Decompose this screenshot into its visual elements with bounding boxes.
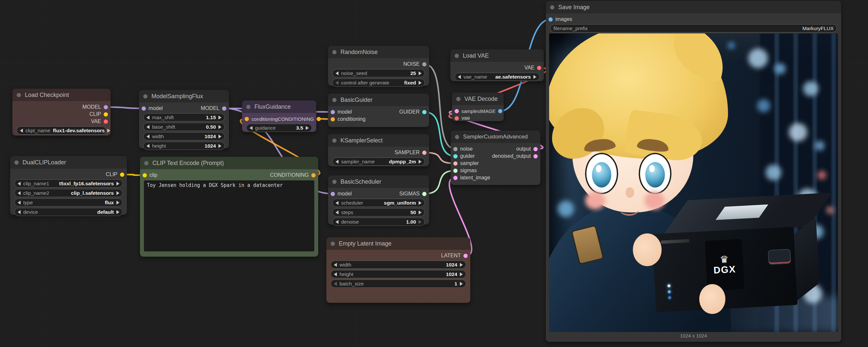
prev-arrow-icon[interactable]: [147, 116, 150, 119]
node-sampler-custom-advanced[interactable]: SamplerCustomAdvanced noise output guide…: [451, 131, 540, 185]
noise-output-dot[interactable]: [422, 62, 427, 66]
clip-output-dot[interactable]: [120, 173, 124, 177]
vae-output-dot[interactable]: [104, 119, 108, 124]
ckpt-name-widget[interactable]: ckpt_nameflux1-dev.safetensors: [17, 126, 106, 135]
images-input-dot[interactable]: [549, 17, 553, 22]
node-load-vae[interactable]: Load VAE VAE vae_nameae.safetensors: [451, 50, 544, 81]
node-header[interactable]: BasicGuider: [328, 94, 429, 106]
sampler-name-widget[interactable]: sampler_namedpmpp_2m: [332, 157, 425, 166]
model-input-dot[interactable]: [331, 192, 335, 196]
prev-arrow-icon[interactable]: [336, 81, 339, 85]
sigmas-input-dot[interactable]: [453, 169, 458, 173]
next-arrow-icon[interactable]: [460, 272, 463, 276]
next-arrow-icon[interactable]: [218, 125, 221, 129]
prev-arrow-icon[interactable]: [18, 210, 21, 214]
next-arrow-icon[interactable]: [117, 191, 119, 195]
filename-prefix-widget[interactable]: filename_prefixMarkuryFLUX: [550, 24, 837, 32]
model-output-dot[interactable]: [222, 106, 226, 111]
node-flux-guidance[interactable]: FluxGuidance conditioning CONDITIONING g…: [242, 100, 316, 132]
noise-seed-widget[interactable]: noise_seed25: [332, 69, 425, 77]
prompt-text-input[interactable]: Toy Jensen holding a DGX Spark in a data…: [144, 180, 314, 252]
node-header[interactable]: BasicScheduler: [328, 175, 429, 188]
latent-image-input-dot[interactable]: [453, 176, 458, 180]
node-header[interactable]: Empty Latent Image: [327, 237, 470, 250]
collapse-dot-icon[interactable]: [246, 105, 250, 109]
node-vae-decode[interactable]: VAE Decode samples IMAGE vae: [452, 93, 504, 121]
node-header[interactable]: Load Checkpoint: [12, 89, 111, 101]
height-widget[interactable]: height1024: [331, 270, 466, 278]
batch-size-widget[interactable]: batch_size1: [331, 280, 466, 288]
node-header[interactable]: CLIP Text Encode (Prompt): [140, 157, 318, 169]
guidance-widget[interactable]: guidance3.5: [246, 124, 312, 132]
collapse-dot-icon[interactable]: [143, 94, 148, 98]
next-arrow-icon[interactable]: [418, 81, 422, 85]
sigmas-output-dot[interactable]: [422, 192, 427, 196]
node-header[interactable]: FluxGuidance: [242, 100, 316, 113]
model-output-dot[interactable]: [104, 105, 108, 109]
prev-arrow-icon[interactable]: [250, 126, 252, 130]
next-arrow-icon[interactable]: [418, 71, 422, 75]
denoised-output-dot[interactable]: [533, 154, 538, 158]
prev-arrow-icon[interactable]: [18, 191, 21, 195]
conditioning-output-dot[interactable]: [317, 117, 321, 121]
type-widget[interactable]: typeflux: [14, 198, 123, 207]
next-arrow-icon[interactable]: [218, 116, 221, 119]
next-arrow-icon[interactable]: [117, 182, 119, 185]
next-arrow-icon[interactable]: [460, 263, 463, 267]
next-arrow-icon[interactable]: [218, 135, 221, 139]
base-shift-widget[interactable]: base_shift0.50: [143, 123, 225, 131]
node-header[interactable]: DualCLIPLoader: [10, 156, 127, 169]
latent-output-dot[interactable]: [463, 254, 468, 258]
sampler-output-dot[interactable]: [422, 151, 427, 155]
node-basic-scheduler[interactable]: BasicScheduler model SIGMAS schedulersgm…: [328, 175, 429, 225]
prev-arrow-icon[interactable]: [336, 160, 339, 164]
prev-arrow-icon[interactable]: [334, 263, 337, 267]
conditioning-input-dot[interactable]: [331, 117, 335, 121]
prev-arrow-icon[interactable]: [336, 201, 339, 205]
next-arrow-icon[interactable]: [533, 75, 536, 79]
vae-input-dot[interactable]: [455, 116, 459, 120]
next-arrow-icon[interactable]: [460, 282, 463, 286]
next-arrow-icon[interactable]: [418, 210, 422, 214]
collapse-dot-icon[interactable]: [332, 180, 337, 184]
vae-name-widget[interactable]: vae_nameae.safetensors: [455, 73, 540, 81]
width-widget[interactable]: width1024: [331, 261, 466, 269]
next-arrow-icon[interactable]: [418, 201, 422, 205]
collapse-dot-icon[interactable]: [455, 54, 459, 58]
node-graph-canvas[interactable]: Load Checkpoint MODEL CLIP VAE ckpt_name…: [0, 0, 868, 347]
width-widget[interactable]: width1024: [143, 132, 225, 140]
output-dot[interactable]: [533, 147, 538, 151]
control-after-generate-widget[interactable]: control after generatefixed: [332, 79, 425, 87]
denoise-widget[interactable]: denoise1.00: [332, 218, 425, 226]
next-arrow-icon[interactable]: [306, 126, 309, 130]
next-arrow-icon[interactable]: [218, 144, 221, 148]
next-arrow-icon[interactable]: [418, 160, 422, 164]
height-widget[interactable]: height1024: [143, 142, 225, 150]
clip-name2-widget[interactable]: clip_name2clip_l.safetensors: [14, 189, 123, 197]
prev-arrow-icon[interactable]: [336, 71, 339, 75]
next-arrow-icon[interactable]: [107, 129, 110, 133]
conditioning-output-dot[interactable]: [311, 173, 316, 177]
collapse-dot-icon[interactable]: [455, 135, 459, 139]
collapse-dot-icon[interactable]: [332, 98, 337, 102]
max-shift-widget[interactable]: max_shift1.15: [143, 113, 225, 121]
prev-arrow-icon[interactable]: [458, 75, 461, 79]
node-random-noise[interactable]: RandomNoise NOISE noise_seed25 control a…: [328, 46, 429, 86]
collapse-dot-icon[interactable]: [144, 161, 149, 165]
collapse-dot-icon[interactable]: [14, 161, 19, 165]
node-header[interactable]: SamplerCustomAdvanced: [451, 131, 540, 143]
prev-arrow-icon[interactable]: [147, 144, 150, 148]
next-arrow-icon[interactable]: [418, 220, 422, 224]
clip-output-dot[interactable]: [104, 112, 108, 117]
collapse-dot-icon[interactable]: [456, 97, 461, 101]
sampler-input-dot[interactable]: [453, 162, 458, 166]
prev-arrow-icon[interactable]: [18, 182, 21, 185]
node-header[interactable]: VAE Decode: [452, 93, 504, 105]
node-save-image[interactable]: Save Image images filename_prefixMarkury…: [546, 1, 841, 342]
node-model-sampling-flux[interactable]: ModelSamplingFlux model MODEL max_shift1…: [139, 90, 229, 148]
clip-name1-widget[interactable]: clip_name1t5xxl_fp16.safetensors: [14, 179, 123, 187]
node-header[interactable]: RandomNoise: [328, 46, 429, 58]
clip-input-dot[interactable]: [143, 173, 147, 177]
collapse-dot-icon[interactable]: [331, 241, 335, 246]
prev-arrow-icon[interactable]: [20, 129, 23, 133]
